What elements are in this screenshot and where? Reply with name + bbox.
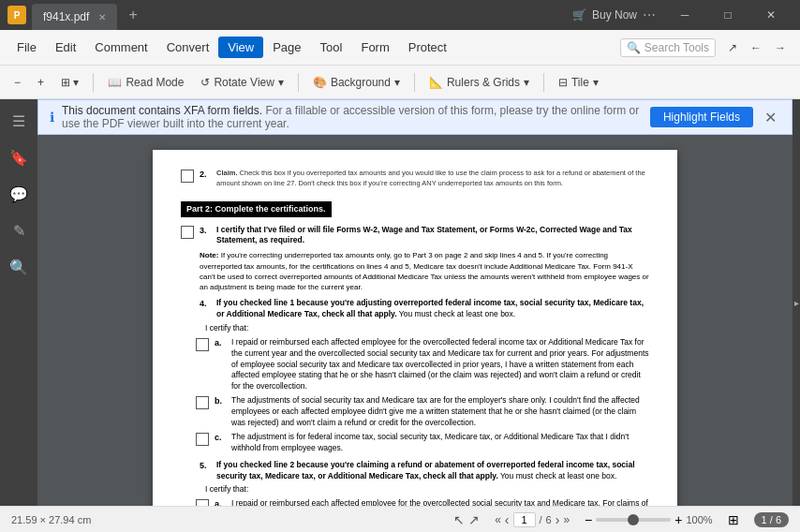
menu-file[interactable]: File (7, 37, 46, 58)
menu-protect[interactable]: Protect (399, 37, 456, 58)
rotate-chevron: ▾ (278, 76, 284, 89)
note-text-content: If you're correcting underreported tax a… (200, 251, 649, 291)
item-4b-checkbox[interactable] (196, 396, 209, 409)
item-3-checkbox[interactable] (181, 226, 194, 239)
item-3-text: I certify that I've filed or will file F… (216, 225, 649, 247)
close-button[interactable]: ✕ (749, 0, 793, 30)
sidebar-bookmark-icon[interactable]: 🔖 (4, 143, 34, 172)
item-4a-row: a. I repaid or reimbursed each affected … (196, 337, 649, 392)
tab-filename: f941x.pdf (43, 10, 89, 23)
item-4-row: 4. If you checked line 1 because you're … (181, 298, 649, 320)
scroll-edge: ▸ (793, 99, 800, 506)
item-4c-row: c. The adjustment is for federal income … (196, 432, 649, 454)
item-4c-checkbox[interactable] (196, 433, 209, 446)
item-5-certify: I certify that: (205, 484, 649, 495)
highlight-fields-button[interactable]: Highlight Fields (650, 107, 753, 127)
scroll-arrow-icon[interactable]: ▸ (794, 298, 799, 308)
item-4-certify: I certify that: (205, 323, 649, 334)
fit-page-button[interactable]: ⊞ (728, 512, 739, 527)
next-page-button[interactable]: › (556, 512, 560, 527)
rulers-label: Rulers & Grids (447, 76, 520, 89)
forward-button[interactable]: → (768, 38, 793, 57)
tile-button[interactable]: ⊟ Tile ▾ (552, 73, 605, 92)
main-area: ☰ 🔖 💬 ✎ 🔍 ℹ This document contains XFA f… (0, 99, 800, 506)
page-display-button[interactable]: ⊞ ▾ (54, 73, 85, 92)
item-3-row: 3. I certify that I've filed or will fil… (181, 225, 649, 247)
select-tool-icon[interactable]: ↗ (468, 512, 480, 527)
search-tools-label: Search Tools (644, 41, 709, 54)
background-chevron: ▾ (394, 76, 400, 89)
item-4-text: If you checked line 1 because you're adj… (216, 298, 649, 320)
item-5-text: If you checked line 2 because you're cla… (216, 460, 649, 482)
item-2-num: 2. (200, 169, 211, 181)
page-count-badge: 1 / 6 (754, 512, 789, 527)
item-4-num: 4. (200, 298, 211, 310)
page-input[interactable] (513, 512, 536, 527)
minimize-button[interactable]: ─ (663, 0, 706, 30)
read-mode-button[interactable]: 📖 Read Mode (101, 73, 190, 92)
search-tools-box[interactable]: 🔍 Search Tools (620, 38, 716, 57)
prev-page-button[interactable]: ‹ (505, 512, 510, 527)
notify-bar: ℹ This document contains XFA form fields… (37, 99, 793, 135)
rulers-grids-button[interactable]: 📐 Rulers & Grids ▾ (422, 73, 536, 92)
zoom-thumb (628, 514, 639, 525)
item-5a-text: I repaid or reimbursed each affected emp… (231, 498, 649, 506)
menu-page[interactable]: Page (263, 37, 310, 58)
toolbar-separator-4 (543, 73, 544, 92)
new-tab-button[interactable]: + (123, 7, 142, 23)
menu-comment[interactable]: Comment (85, 37, 156, 58)
sidebar-comment-icon[interactable]: 💬 (4, 180, 34, 209)
sidebar-edit-icon[interactable]: ✎ (7, 216, 31, 245)
window-controls: ─ □ ✕ (663, 0, 793, 30)
titlebar-left: P f941x.pdf ✕ + (7, 0, 143, 30)
menu-convert[interactable]: Convert (157, 37, 219, 58)
back-button[interactable]: ← (744, 38, 768, 57)
notify-info-icon: ℹ (50, 110, 54, 125)
doc-page: 2. Claim. Check this box if you overrepo… (153, 150, 677, 506)
item-3-num: 3. (200, 225, 211, 237)
page-separator: / (540, 514, 542, 525)
doc-container: 2. Claim. Check this box if you overrepo… (37, 135, 793, 506)
item-2-checkbox[interactable] (181, 170, 194, 183)
zoom-in-button[interactable]: + (31, 73, 51, 92)
external-link-button[interactable]: ↗ (721, 38, 744, 57)
menu-view[interactable]: View (218, 37, 263, 58)
notify-close-button[interactable]: ✕ (761, 109, 780, 126)
rotate-view-button[interactable]: ↺ Rotate View ▾ (194, 73, 289, 92)
toolbar-separator-2 (298, 73, 299, 92)
item-5a-checkbox[interactable] (196, 499, 209, 506)
menu-tool[interactable]: Tool (311, 37, 352, 58)
item-4b-label: b. (215, 395, 226, 407)
zoom-slider[interactable] (596, 518, 671, 522)
sidebar-nav-icon[interactable]: ☰ (7, 107, 31, 136)
item-2-row: 2. Claim. Check this box if you overrepo… (181, 169, 649, 188)
menubar: File Edit Comment Convert View Page Tool… (0, 30, 800, 66)
tab-close-btn[interactable]: ✕ (98, 12, 106, 22)
search-icon: 🔍 (627, 41, 641, 54)
item-4a-text: I repaid or reimbursed each affected emp… (231, 337, 649, 392)
item-5-row: 5. If you checked line 2 because you're … (181, 460, 649, 482)
cursor-tool-icon[interactable]: ↖ (453, 512, 465, 527)
zoom-out-button[interactable]: − (7, 73, 27, 92)
item-4a-label: a. (215, 337, 226, 349)
toolbar-separator-1 (93, 73, 94, 92)
last-page-button[interactable]: » (563, 513, 570, 526)
item-4b-text: The adjustments of social security tax a… (231, 395, 649, 429)
buy-now-text[interactable]: Buy Now (592, 8, 637, 22)
rotate-label: Rotate View (214, 76, 274, 89)
background-button[interactable]: 🎨 Background ▾ (306, 73, 407, 92)
menu-edit[interactable]: Edit (46, 37, 85, 58)
menu-form[interactable]: Form (351, 37, 398, 58)
item-4a-checkbox[interactable] (196, 338, 209, 351)
item-4-section: 4. If you checked line 1 because you're … (181, 298, 649, 454)
zoom-out-status-button[interactable]: − (585, 512, 592, 527)
maximize-button[interactable]: □ (706, 0, 749, 30)
tile-label: Tile (571, 76, 589, 89)
first-page-button[interactable]: « (495, 513, 501, 526)
zoom-in-status-button[interactable]: + (674, 512, 682, 527)
file-tab[interactable]: f941x.pdf ✕ (32, 4, 117, 30)
more-options-btn[interactable]: ⋯ (643, 7, 656, 22)
item-5a-row: a. I repaid or reimbursed each affected … (196, 498, 649, 506)
notify-main-text: This document contains XFA form fields. (62, 104, 262, 117)
sidebar-search-icon[interactable]: 🔍 (4, 253, 34, 282)
